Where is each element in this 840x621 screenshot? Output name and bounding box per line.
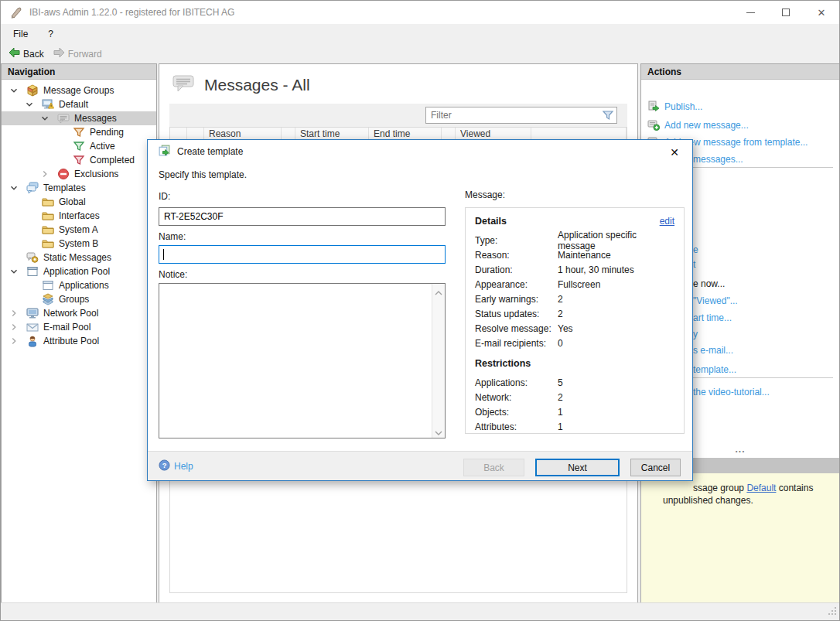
forward-button[interactable]: Forward bbox=[49, 46, 107, 62]
tree-item-system-b[interactable]: System B bbox=[2, 237, 156, 251]
column-header-viewed[interactable]: Viewed bbox=[456, 128, 531, 140]
action-fragment[interactable]: s e-mail... bbox=[693, 345, 733, 357]
details-header: Details bbox=[475, 216, 507, 227]
tree-item-static-messages[interactable]: Static Messages bbox=[2, 251, 156, 264]
scrollbar[interactable] bbox=[432, 284, 445, 438]
column-header-blank[interactable] bbox=[442, 128, 456, 140]
default-group-link[interactable]: Default bbox=[746, 483, 776, 493]
funnel-pending-icon bbox=[73, 126, 85, 138]
tree-item-default[interactable]: Default bbox=[2, 97, 156, 111]
detail-value: Yes bbox=[558, 323, 573, 334]
filter-input[interactable] bbox=[425, 107, 617, 124]
tree-item-attribute-pool[interactable]: Attribute Pool bbox=[2, 334, 156, 348]
action-fragment[interactable]: template... bbox=[693, 364, 736, 376]
back-button[interactable]: Back bbox=[4, 46, 49, 62]
create-template-icon bbox=[158, 144, 171, 159]
action-fragment[interactable]: t bbox=[693, 259, 695, 271]
action-publish[interactable]: Publish... bbox=[647, 98, 702, 115]
tree-item-label: Templates bbox=[43, 183, 86, 193]
action-fragment[interactable]: e bbox=[693, 244, 698, 256]
tree-item-interfaces[interactable]: Interfaces bbox=[2, 209, 156, 223]
action-fragment[interactable]: y bbox=[693, 329, 698, 340]
minimize-button[interactable] bbox=[732, 1, 768, 24]
close-button[interactable]: ✕ bbox=[804, 1, 839, 24]
svg-text:?: ? bbox=[162, 462, 167, 469]
tree-item-messages[interactable]: Messages bbox=[2, 111, 156, 125]
tree-item-label: Pending bbox=[90, 127, 124, 138]
tree-item-e-mail-pool[interactable]: E-mail Pool bbox=[2, 320, 156, 334]
detail-label: Early warnings: bbox=[475, 294, 558, 305]
tree-item-message-groups[interactable]: Message Groups bbox=[2, 84, 156, 97]
id-input[interactable] bbox=[159, 207, 446, 226]
action-fragment[interactable]: messages... bbox=[693, 154, 743, 165]
tree-item-label: Attribute Pool bbox=[43, 336, 99, 346]
chevron-right-icon[interactable] bbox=[8, 335, 20, 347]
chevron-down-icon[interactable] bbox=[8, 265, 20, 278]
tree-item-templates[interactable]: Templates bbox=[2, 181, 156, 195]
tree-item-system-a[interactable]: System A bbox=[2, 223, 156, 237]
back-dialog-button[interactable]: Back bbox=[463, 459, 524, 476]
action-fragment[interactable]: the video-tutorial... bbox=[693, 387, 770, 398]
tree-item-application-pool[interactable]: Application Pool bbox=[2, 264, 156, 278]
chevron-down-icon[interactable] bbox=[23, 98, 36, 111]
detail-value: Application specific message bbox=[558, 230, 674, 251]
help-link[interactable]: ? Help bbox=[159, 459, 193, 473]
menu-file[interactable]: File bbox=[5, 26, 36, 43]
edit-link[interactable]: edit bbox=[660, 216, 674, 227]
resize-grip[interactable] bbox=[828, 606, 837, 618]
chevron-spacer bbox=[23, 196, 36, 208]
scroll-down-icon[interactable] bbox=[435, 428, 442, 434]
chevron-right-icon[interactable] bbox=[8, 321, 20, 333]
scroll-up-icon[interactable] bbox=[435, 288, 442, 294]
folder-icon bbox=[42, 210, 54, 222]
navigation-tree: Message GroupsDefaultMessagesPendingActi… bbox=[2, 80, 156, 348]
static-messages-icon bbox=[26, 251, 39, 264]
forward-label: Forward bbox=[68, 49, 102, 60]
tree-item-network-pool[interactable]: Network Pool bbox=[2, 306, 156, 320]
tree-item-groups[interactable]: Groups bbox=[2, 292, 156, 306]
tree-item-pending[interactable]: Pending bbox=[2, 125, 156, 139]
column-header-blank[interactable] bbox=[170, 128, 187, 140]
minimize-icon bbox=[746, 12, 755, 13]
column-header-end-time[interactable]: End time bbox=[369, 128, 442, 140]
chevron-down-icon[interactable] bbox=[8, 182, 20, 194]
actions-header: Actions bbox=[641, 64, 839, 80]
message-label: Message: bbox=[465, 189, 505, 200]
restriction-row-applications: Applications:5 bbox=[475, 375, 674, 390]
restrictions-rows: Applications:5Network:2Objects:1Attribut… bbox=[475, 375, 674, 434]
message-groups-icon bbox=[26, 84, 39, 97]
action-fragment[interactable]: "Viewed"... bbox=[693, 295, 738, 307]
maximize-button[interactable] bbox=[768, 1, 804, 24]
column-header-start-time[interactable]: Start time bbox=[295, 128, 369, 140]
chevron-right-icon[interactable] bbox=[8, 307, 20, 319]
detail-value: 2 bbox=[558, 309, 563, 319]
tree-item-global[interactable]: Global bbox=[2, 195, 156, 209]
column-header-blank[interactable] bbox=[187, 128, 204, 140]
tree-item-label: Applications bbox=[59, 280, 109, 291]
tree-item-active[interactable]: Active bbox=[2, 139, 156, 153]
cancel-button[interactable]: Cancel bbox=[630, 459, 681, 476]
chevron-spacer bbox=[54, 140, 67, 152]
chevron-down-icon[interactable] bbox=[39, 112, 51, 125]
action-label: Publish... bbox=[664, 101, 702, 112]
next-button[interactable]: Next bbox=[535, 459, 620, 476]
column-header-reason[interactable]: Reason bbox=[204, 128, 282, 140]
chevron-right-icon[interactable] bbox=[39, 168, 51, 180]
name-input[interactable] bbox=[159, 245, 446, 264]
column-header-blank[interactable] bbox=[282, 128, 295, 140]
restriction-row-attributes: Attributes:1 bbox=[475, 419, 674, 434]
close-icon: ✕ bbox=[670, 146, 679, 159]
chevron-spacer bbox=[8, 251, 20, 264]
action-add-new-message[interactable]: Add new message... bbox=[647, 117, 749, 134]
column-header-blank[interactable] bbox=[531, 128, 627, 140]
tree-item-completed[interactable]: Completed bbox=[2, 153, 156, 167]
chevron-down-icon[interactable] bbox=[8, 84, 20, 97]
tree-item-exclusions[interactable]: Exclusions bbox=[2, 167, 156, 181]
menu-help[interactable]: ? bbox=[40, 26, 61, 43]
dialog-close-button[interactable]: ✕ bbox=[664, 143, 685, 162]
id-label: ID: bbox=[159, 191, 170, 202]
detail-label: Appearance: bbox=[475, 279, 558, 290]
tree-item-applications[interactable]: Applications bbox=[2, 278, 156, 292]
action-fragment[interactable]: art time... bbox=[693, 312, 732, 324]
notice-textarea[interactable] bbox=[159, 284, 432, 438]
